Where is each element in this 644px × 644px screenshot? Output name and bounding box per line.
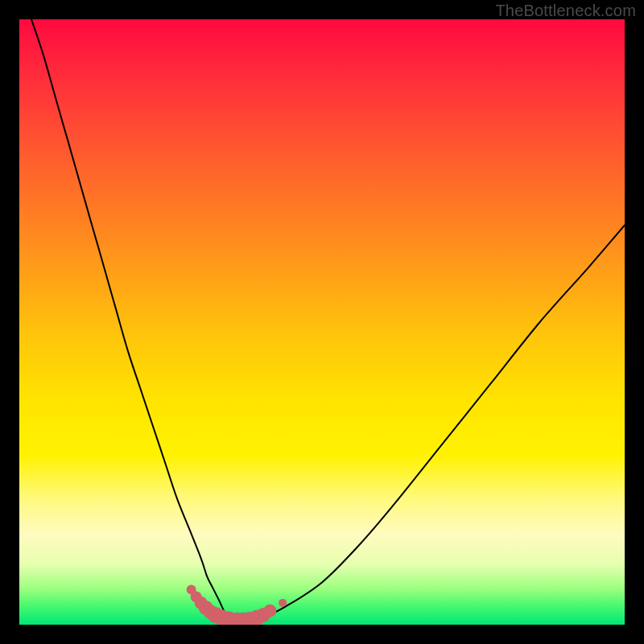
highlight-dot bbox=[263, 605, 276, 617]
chart-frame bbox=[19, 19, 625, 625]
chart-svg bbox=[19, 19, 625, 625]
highlight-markers bbox=[187, 584, 287, 625]
bottleneck-curve bbox=[31, 19, 625, 625]
watermark-text: TheBottleneck.com bbox=[495, 2, 636, 20]
highlight-dot bbox=[279, 599, 287, 607]
